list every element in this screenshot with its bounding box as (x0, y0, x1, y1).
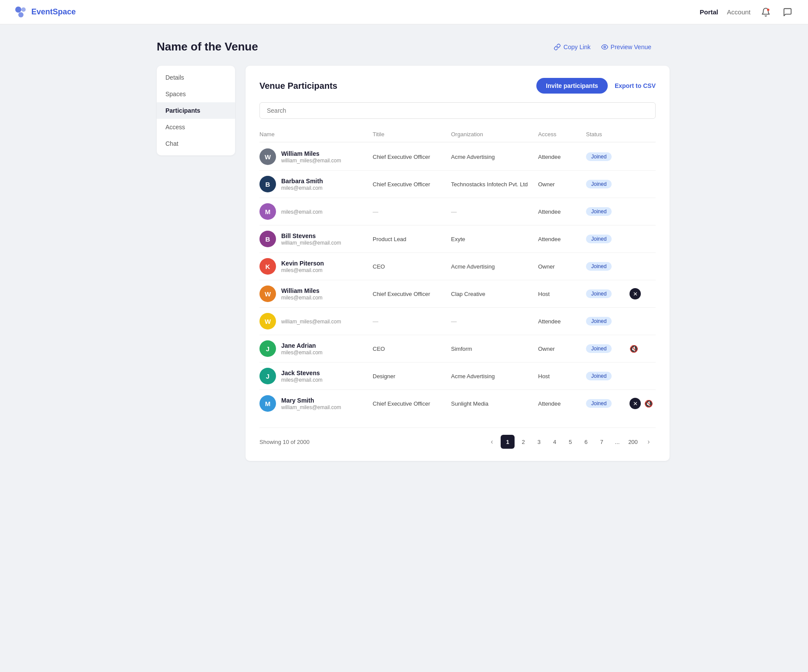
status-badge: Joined (586, 152, 612, 161)
col-status: Status (586, 131, 630, 138)
participant-title: Chief Executive Officer (373, 153, 451, 161)
participant-info: William Miles miles@email.com (281, 287, 323, 301)
participant-cell: W William Miles william_miles@email.com (259, 148, 373, 165)
status-badge: Joined (586, 289, 612, 298)
pagination-page-7[interactable]: 7 (595, 435, 609, 449)
pagination-page-6[interactable]: 6 (579, 435, 593, 449)
remove-participant-button[interactable]: ✕ (630, 398, 641, 409)
participant-cell: W william_miles@email.com (259, 313, 373, 329)
panel-header: Venue Participants Invite participants E… (259, 78, 656, 94)
participant-actions: ✕ (630, 288, 656, 299)
avatar: W (259, 148, 276, 165)
avatar: W (259, 313, 276, 329)
table-row: M Mary Smith william_miles@email.com Chi… (259, 390, 656, 417)
participant-title: Chief Executive Officer (373, 290, 451, 298)
participant-org: Simform (451, 345, 538, 353)
preview-venue-button[interactable]: Preview Venue (601, 44, 651, 50)
table-row: K Kevin Piterson miles@email.com CEO Acm… (259, 253, 656, 280)
participant-name: Jack Stevens (281, 370, 323, 376)
svg-point-2 (18, 12, 24, 17)
export-csv-button[interactable]: Export to CSV (615, 82, 656, 89)
pagination-page-3[interactable]: 3 (532, 435, 546, 449)
avatar: B (259, 176, 276, 192)
status-badge: Joined (586, 262, 612, 271)
table-row: M miles@email.com — — Attendee Joined (259, 198, 656, 225)
participant-status: Joined (586, 317, 630, 326)
pagination-controls: ‹ 1 2 3 4 5 6 7 ... 200 › (485, 435, 656, 449)
sidebar-item-spaces[interactable]: Spaces (157, 86, 235, 102)
participant-cell: W William Miles miles@email.com (259, 286, 373, 302)
notification-bell-button[interactable] (759, 6, 772, 19)
participant-org: Clap Creative (451, 290, 538, 298)
participant-cell: M miles@email.com (259, 203, 373, 220)
sidebar-item-access[interactable]: Access (157, 119, 235, 135)
status-badge: Joined (586, 207, 612, 216)
table-header: Name Titile Organization Access Status (259, 128, 656, 142)
participant-title: — (373, 317, 451, 325)
sidebar-item-details[interactable]: Details (157, 69, 235, 86)
mute-participant-button[interactable]: 🔇 (630, 345, 638, 353)
participant-cell: J Jane Adrian miles@email.com (259, 340, 373, 357)
participant-info: miles@email.com (281, 208, 323, 215)
participant-email: miles@email.com (281, 349, 323, 356)
svg-point-0 (15, 7, 21, 13)
participant-name: Jane Adrian (281, 342, 323, 349)
avatar: K (259, 258, 276, 275)
participant-email: william_miles@email.com (281, 240, 341, 246)
search-input[interactable] (259, 102, 656, 119)
participant-info: Barbara Smith miles@email.com (281, 178, 323, 191)
participant-title: Chief Executive Officer (373, 400, 451, 407)
table-row: W William Miles william_miles@email.com … (259, 143, 656, 171)
copy-link-button[interactable]: Copy Link (554, 44, 590, 50)
avatar: M (259, 203, 276, 220)
participant-info: Mary Smith william_miles@email.com (281, 397, 341, 410)
svg-point-4 (604, 46, 606, 48)
col-access: Access (538, 131, 586, 138)
pagination-page-4[interactable]: 4 (548, 435, 562, 449)
page-header: Name of the Venue Copy Link Preview Venu… (157, 40, 651, 54)
participant-access: Host (538, 373, 586, 380)
participant-name: Kevin Piterson (281, 260, 324, 267)
participant-org: Technostacks Infotech Pvt. Ltd (451, 180, 538, 188)
participant-name: William Miles (281, 287, 323, 294)
link-icon (554, 44, 561, 50)
mute-participant-button[interactable]: 🔇 (644, 400, 653, 408)
search-container (259, 102, 656, 119)
participant-org: Acme Advertising (451, 372, 538, 380)
table-row: W william_miles@email.com — — Attendee J… (259, 308, 656, 335)
chat-icon (783, 7, 792, 17)
nav-account-link[interactable]: Account (727, 8, 751, 16)
participant-cell: K Kevin Piterson miles@email.com (259, 258, 373, 275)
table-row: J Jack Stevens miles@email.com Designer … (259, 363, 656, 390)
participant-access: Host (538, 291, 586, 297)
pagination-page-1[interactable]: 1 (501, 435, 515, 449)
participant-access: Attendee (538, 400, 586, 407)
pagination-prev-button[interactable]: ‹ (485, 435, 499, 449)
participant-info: Bill Stevens william_miles@email.com (281, 232, 341, 246)
participant-status: Joined (586, 372, 630, 380)
sidebar-item-chat[interactable]: Chat (157, 135, 235, 152)
participant-title: Chief Executive Officer (373, 180, 451, 188)
pagination-page-5[interactable]: 5 (563, 435, 577, 449)
col-name: Name (259, 131, 373, 138)
participant-org: Exyte (451, 235, 538, 243)
chat-bubble-button[interactable] (781, 6, 794, 19)
table-row: B Barbara Smith miles@email.com Chief Ex… (259, 171, 656, 198)
pagination-page-2[interactable]: 2 (516, 435, 530, 449)
status-badge: Joined (586, 399, 612, 408)
app-logo[interactable]: EventSpace (14, 5, 76, 19)
avatar: B (259, 231, 276, 247)
panel-header-actions: Invite participants Export to CSV (536, 78, 656, 94)
sidebar-item-participants[interactable]: Participants (157, 102, 235, 119)
pagination-next-button[interactable]: › (642, 435, 656, 449)
page-header-actions: Copy Link Preview Venue (554, 44, 651, 50)
participant-email: miles@email.com (281, 377, 323, 383)
invite-participants-button[interactable]: Invite participants (536, 78, 608, 94)
remove-participant-button[interactable]: ✕ (630, 288, 641, 299)
participant-access: Attendee (538, 318, 586, 325)
pagination-page-200[interactable]: 200 (626, 435, 640, 449)
col-actions (630, 131, 656, 138)
participant-access: Owner (538, 263, 586, 270)
nav-portal-link[interactable]: Portal (700, 8, 718, 16)
avatar: W (259, 286, 276, 302)
